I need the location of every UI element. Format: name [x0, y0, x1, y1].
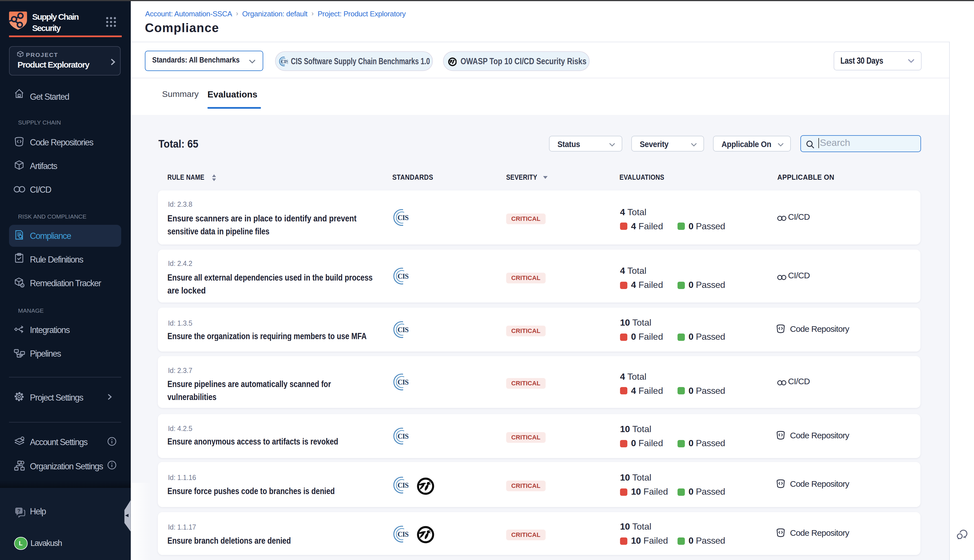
svg-text:CIS: CIS: [281, 60, 288, 64]
svg-text:?: ?: [17, 508, 20, 514]
svg-text:CIS: CIS: [397, 272, 409, 280]
svg-text:CIS: CIS: [397, 530, 409, 538]
svg-text:CIS: CIS: [397, 378, 409, 386]
svg-text:CIS: CIS: [397, 482, 409, 489]
svg-text:CIS: CIS: [397, 432, 409, 440]
svg-text:CIS: CIS: [397, 326, 409, 333]
svg-text:CIS: CIS: [397, 213, 409, 221]
